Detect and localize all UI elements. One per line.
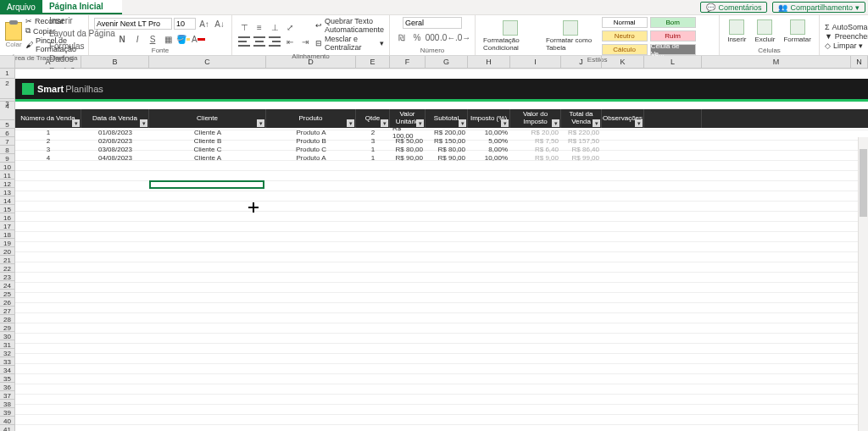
row-header[interactable]: 7 [0,137,14,146]
cell[interactable]: R$ 157,50 [561,136,602,145]
filter-dropdown-icon[interactable]: ▾ [72,119,80,127]
filter-dropdown-icon[interactable]: ▾ [257,119,264,127]
table-header-cell[interactable]: Qtde▾ [356,109,390,128]
cell[interactable]: Cliente A [149,153,266,162]
column-header[interactable]: D [266,56,356,68]
italic-icon[interactable]: I [131,32,144,46]
row-header[interactable]: 26 [0,298,14,307]
dec-decimal-icon[interactable]: .0→ [456,30,470,44]
cell[interactable]: 4 [15,153,81,162]
column-header[interactable]: K [602,56,644,68]
row-header[interactable]: 28 [0,315,14,323]
column-header[interactable]: C [149,56,266,68]
cell[interactable]: 2 [356,128,390,136]
column-header[interactable]: H [468,56,510,68]
style-cell[interactable]: Cálculo [602,44,648,55]
insert-cells-button[interactable]: Inserir [725,19,748,43]
cell[interactable]: R$ 20,00 [510,128,561,136]
filter-dropdown-icon[interactable]: ▾ [140,119,147,127]
fill-button[interactable]: ▼ Preencher ▾ [825,32,868,41]
percent-icon[interactable]: % [410,30,424,44]
fill-color-icon[interactable]: 🪣 [176,32,190,46]
style-cell[interactable]: Neutro [602,30,648,41]
format-cells-button[interactable]: Formatar [781,19,813,43]
column-header[interactable]: A [15,56,81,68]
table-header-cell[interactable]: Subtotal▾ [426,109,468,128]
row-header[interactable]: 36 [0,383,14,391]
row-header[interactable]: 33 [0,357,14,366]
align-bottom-icon[interactable]: ⊥ [268,20,281,34]
tab-página-inicial[interactable]: Página Inicial [42,0,122,14]
row-header[interactable]: 31 [0,340,14,349]
table-row[interactable]: 202/08/2023Cliente BProduto B3R$ 50,00R$… [15,136,602,145]
row-header[interactable]: 25 [0,290,14,298]
row-header[interactable]: 34 [0,366,14,374]
row-header[interactable]: 14 [0,196,14,205]
cell[interactable]: R$ 86,40 [561,145,602,153]
row-header[interactable]: 39 [0,408,14,417]
cell[interactable]: Produto C [266,145,356,153]
cell[interactable]: 1 [356,145,390,153]
underline-icon[interactable]: S [146,32,159,46]
inc-decimal-icon[interactable]: .0← [441,30,454,44]
indent-dec-icon[interactable]: ⇤ [283,35,297,48]
column-header[interactable]: J [561,56,602,68]
row-header[interactable]: 37 [0,391,14,400]
comments-button[interactable]: 💬 Comentários [700,2,767,13]
row-header[interactable]: 4 [0,102,14,120]
cell[interactable]: 1 [15,128,81,136]
grid-area[interactable]: Smart Planilhas Número da Venda▾Data da … [15,69,868,431]
vertical-scrollbar[interactable] [858,137,868,431]
cell[interactable]: R$ 80,00 [390,145,426,153]
row-header[interactable]: 15 [0,205,14,213]
selected-cell[interactable] [149,180,264,189]
row-header[interactable]: 5 [0,120,14,129]
cell[interactable]: 01/08/2023 [81,128,149,136]
cell[interactable]: R$ 99,00 [561,153,602,162]
row-header[interactable]: 35 [0,374,14,383]
currency-icon[interactable]: ₪ [395,30,409,44]
filter-dropdown-icon[interactable]: ▾ [459,119,466,127]
row-header[interactable]: 38 [0,400,14,408]
style-cell[interactable]: Ruim [650,30,696,41]
table-header-cell[interactable] [644,109,702,128]
row-header[interactable]: 41 [0,425,14,431]
cell[interactable]: Cliente A [149,128,266,136]
row-header[interactable]: 24 [0,281,14,290]
autosum-button[interactable]: Σ AutoSoma ▾ [825,23,868,31]
cell[interactable]: R$ 50,00 [390,136,426,145]
row-header[interactable]: 6 [0,129,14,137]
merge-button[interactable]: ⊟ Mesclar e Centralizar ▾ [315,35,384,52]
conditional-format-button[interactable]: Formatação Condicional [481,20,540,52]
cell[interactable]: R$ 7,50 [510,136,561,145]
tab-file[interactable]: Arquivo [0,0,42,14]
row-header[interactable]: 2 [0,79,14,99]
column-header[interactable]: E [356,56,390,68]
column-header[interactable]: N [851,56,868,68]
row-header[interactable]: 27 [0,307,14,315]
column-header[interactable]: L [644,56,702,68]
thousands-icon[interactable]: 000 [426,30,439,44]
cell[interactable]: 02/08/2023 [81,136,149,145]
align-middle-icon[interactable]: ≡ [253,20,266,34]
table-header-cell[interactable]: Valor do Imposto▾ [510,109,561,128]
number-format-select[interactable] [403,17,462,29]
cell[interactable]: 04/08/2023 [81,153,149,162]
cell[interactable]: R$ 150,00 [426,136,468,145]
wrap-text-button[interactable]: ↩ Quebrar Texto Automaticamente [315,17,384,34]
indent-inc-icon[interactable]: ⇥ [298,35,312,48]
cell[interactable]: Produto A [266,153,356,162]
table-header-cell[interactable]: Número da Venda▾ [15,109,81,128]
format-as-table-button[interactable]: Formatar como Tabela [543,20,598,52]
cell[interactable]: 03/08/2023 [81,145,149,153]
select-all-corner[interactable] [0,56,15,68]
cell[interactable]: 3 [15,145,81,153]
row-header[interactable]: 29 [0,323,14,332]
copy-button[interactable]: ⧉ Copiar [25,26,83,36]
row-header[interactable]: 16 [0,213,14,222]
align-center-icon[interactable] [253,35,266,48]
cell[interactable]: 8,00% [468,145,510,153]
row-header[interactable]: 13 [0,188,14,196]
row-header[interactable]: 11 [0,171,14,180]
row-header[interactable]: 22 [0,264,14,273]
